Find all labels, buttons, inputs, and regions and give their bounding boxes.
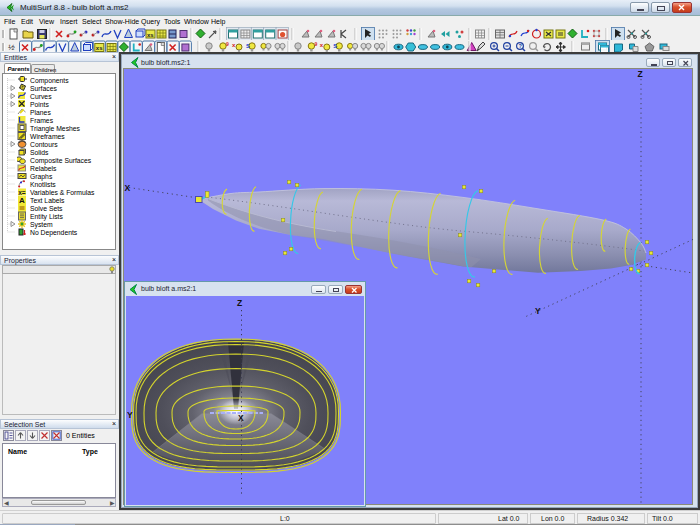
svg-text:Y: Y: [127, 410, 133, 420]
svg-text:S: S: [333, 43, 337, 49]
svg-text:½: ½: [8, 43, 15, 52]
svg-text:X: X: [125, 183, 131, 193]
svg-text:9: 9: [314, 41, 317, 47]
svg-text:9: 9: [226, 41, 229, 47]
svg-text:S: S: [246, 43, 250, 49]
svg-text:xs: xs: [96, 45, 103, 51]
svg-text:Y: Y: [535, 306, 541, 316]
svg-text:xs: xs: [147, 32, 154, 38]
svg-text:x: x: [232, 42, 236, 48]
svg-text:X: X: [238, 413, 244, 423]
svg-text:Z: Z: [638, 69, 643, 79]
svg-text:x: x: [320, 42, 324, 48]
svg-text:Z: Z: [237, 298, 242, 308]
